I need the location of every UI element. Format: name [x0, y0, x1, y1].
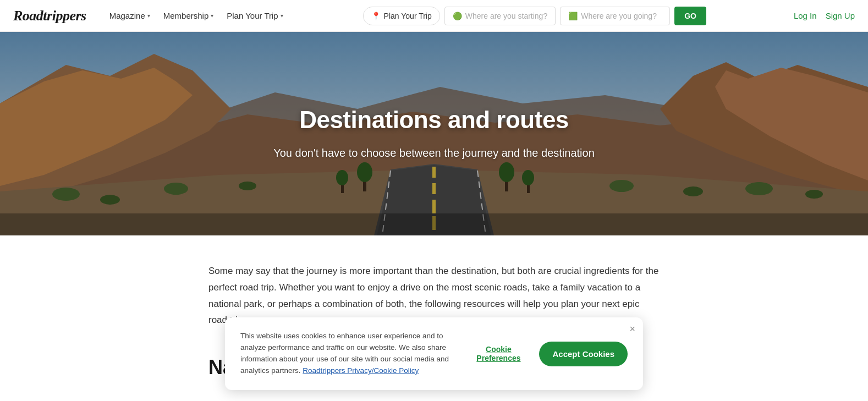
accept-cookies-label: Accept Cookies: [552, 349, 614, 359]
cookie-banner: × This website uses cookies to enhance u…: [225, 317, 643, 379]
signup-link[interactable]: Sign Up: [826, 11, 855, 20]
accept-cookies-button[interactable]: Accept Cookies: [539, 342, 628, 366]
end-location-input[interactable]: 🟩 Where are you going?: [560, 7, 670, 25]
end-placeholder: Where are you going?: [581, 12, 657, 20]
cookie-policy-link[interactable]: Roadtrippers Privacy/Cookie Policy: [303, 366, 419, 375]
cookie-close-button[interactable]: ×: [629, 324, 635, 334]
start-location-input[interactable]: 🟢 Where are you starting?: [444, 7, 556, 25]
plan-trip-label: Plan Your Trip: [384, 12, 432, 20]
nav-magazine-label: Magazine: [109, 11, 145, 20]
nav-membership[interactable]: Membership ▾: [158, 8, 219, 24]
hero-section: Destinations and routes You don't have t…: [0, 32, 868, 235]
chevron-down-icon: ▾: [147, 13, 150, 19]
nav-plan-trip-label: Plan Your Trip: [227, 11, 278, 20]
go-button[interactable]: GO: [674, 7, 706, 25]
logo[interactable]: Roadtrippers: [13, 8, 86, 24]
header-search-bar: 📍 Plan Your Trip 🟢 Where are you startin…: [363, 7, 706, 25]
cookie-prefs-label: CookiePreferences: [476, 345, 520, 362]
map-pin-icon: 📍: [371, 12, 381, 20]
hero-content: Destinations and routes You don't have t…: [0, 32, 868, 235]
hero-subtitle: You don't have to choose between the jou…: [273, 145, 595, 161]
chevron-down-icon: ▾: [281, 13, 283, 19]
end-location-icon: 🟩: [568, 12, 578, 20]
nav-magazine[interactable]: Magazine ▾: [104, 8, 156, 24]
nav-membership-label: Membership: [163, 11, 209, 20]
plan-your-trip-button[interactable]: 📍 Plan Your Trip: [363, 7, 440, 25]
cookie-overlay: × This website uses cookies to enhance u…: [0, 317, 868, 379]
nav-plan-trip[interactable]: Plan Your Trip ▾: [221, 8, 288, 24]
login-link[interactable]: Log In: [794, 11, 817, 20]
start-placeholder: Where are you starting?: [465, 12, 547, 20]
cookie-preferences-button[interactable]: CookiePreferences: [471, 345, 526, 362]
header: Roadtrippers Magazine ▾ Membership ▾ Pla…: [0, 0, 868, 32]
start-location-icon: 🟢: [453, 12, 462, 20]
cookie-text: This website uses cookies to enhance use…: [240, 331, 458, 377]
nav-left: Magazine ▾ Membership ▾ Plan Your Trip ▾: [104, 8, 289, 24]
nav-right: Log In Sign Up: [794, 11, 855, 20]
hero-title: Destinations and routes: [299, 106, 569, 134]
chevron-down-icon: ▾: [211, 13, 213, 19]
